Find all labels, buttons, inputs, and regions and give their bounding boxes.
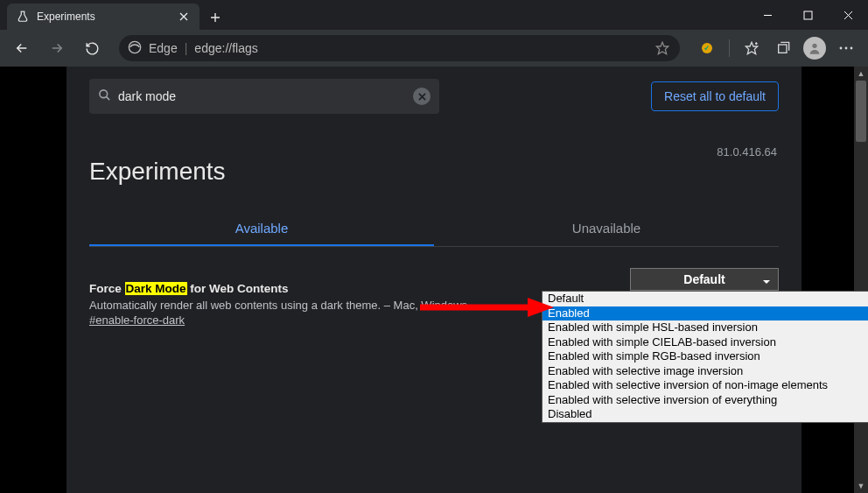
svg-point-9 (840, 47, 843, 50)
toolbar: Edge | edge://flags (0, 30, 868, 67)
menu-button[interactable] (831, 33, 861, 63)
flag-select[interactable]: Default (630, 268, 779, 291)
collections-icon[interactable] (768, 33, 798, 63)
experiments-page: Reset all to default Experiments 81.0.41… (66, 67, 802, 493)
flag-title-post: for Web Contents (187, 282, 289, 295)
new-tab-button[interactable] (203, 5, 228, 30)
favorite-icon[interactable] (655, 41, 671, 55)
svg-point-8 (812, 44, 816, 48)
flag-hash-link[interactable]: #enable-force-dark (89, 313, 185, 327)
address-separator: | (185, 41, 188, 55)
extension-icon[interactable] (692, 33, 722, 63)
search-icon (98, 88, 111, 104)
address-bar[interactable]: Edge | edge://flags (119, 35, 680, 61)
flag-title-highlight: Dark Mode (125, 282, 187, 295)
search-input[interactable] (118, 89, 406, 103)
svg-marker-2 (656, 42, 668, 53)
vertical-scrollbar[interactable]: ▲ ▼ (854, 67, 868, 493)
reset-all-button[interactable]: Reset all to default (651, 81, 779, 111)
chevron-down-icon (762, 275, 771, 289)
edge-logo-icon (128, 40, 142, 57)
address-brand: Edge (149, 41, 178, 55)
address-url: edge://flags (194, 41, 257, 55)
scrollbar-thumb[interactable] (856, 81, 866, 142)
flag-dropdown-list[interactable]: DefaultEnabledEnabled with simple HSL-ba… (542, 291, 868, 423)
experiments-icon (16, 10, 30, 24)
forward-button[interactable] (42, 33, 72, 63)
separator (729, 39, 730, 57)
dropdown-option[interactable]: Enabled with selective inversion of non-… (542, 378, 868, 393)
window-controls (747, 0, 868, 30)
avatar-icon (803, 37, 826, 60)
svg-rect-0 (804, 11, 812, 19)
content-area: Reset all to default Experiments 81.0.41… (0, 67, 868, 493)
tabs-row: Available Unavailable (89, 212, 779, 247)
maximize-button[interactable] (788, 0, 828, 30)
dropdown-option[interactable]: Enabled (542, 306, 868, 321)
toolbar-right (692, 33, 861, 63)
titlebar: Experiments (0, 0, 868, 30)
svg-point-12 (100, 90, 108, 98)
tab-available[interactable]: Available (89, 212, 434, 246)
tab-title: Experiments (37, 11, 170, 23)
svg-point-10 (845, 47, 848, 50)
dropdown-option[interactable]: Enabled with simple CIELAB-based inversi… (542, 335, 868, 350)
dropdown-option[interactable]: Enabled with selective inversion of ever… (542, 393, 868, 408)
dropdown-option[interactable]: Enabled with simple RGB-based inversion (542, 349, 868, 364)
refresh-button[interactable] (77, 33, 107, 63)
minimize-button[interactable] (747, 0, 788, 30)
browser-tab[interactable]: Experiments (7, 4, 200, 30)
flag-title-pre: Force (89, 282, 125, 295)
dropdown-option[interactable]: Default (542, 292, 868, 306)
svg-point-11 (850, 47, 853, 50)
profile-button[interactable] (800, 33, 830, 63)
page-title: Experiments (89, 158, 779, 186)
close-window-button[interactable] (828, 0, 868, 30)
tab-close-button[interactable] (177, 10, 191, 24)
favorites-icon[interactable] (737, 33, 766, 63)
clear-search-button[interactable] (413, 88, 430, 105)
scroll-down-button[interactable]: ▼ (854, 479, 868, 493)
svg-rect-7 (779, 45, 787, 53)
dropdown-option[interactable]: Enabled with selective image inversion (542, 364, 868, 379)
version-label: 81.0.416.64 (717, 145, 777, 158)
search-box[interactable] (89, 79, 439, 114)
dropdown-option[interactable]: Disabled (542, 407, 868, 422)
flag-select-value: Default (683, 272, 724, 286)
back-button[interactable] (7, 33, 37, 63)
tab-unavailable[interactable]: Unavailable (434, 212, 779, 246)
dropdown-option[interactable]: Enabled with simple HSL-based inversion (542, 320, 868, 335)
scroll-up-button[interactable]: ▲ (854, 67, 868, 81)
